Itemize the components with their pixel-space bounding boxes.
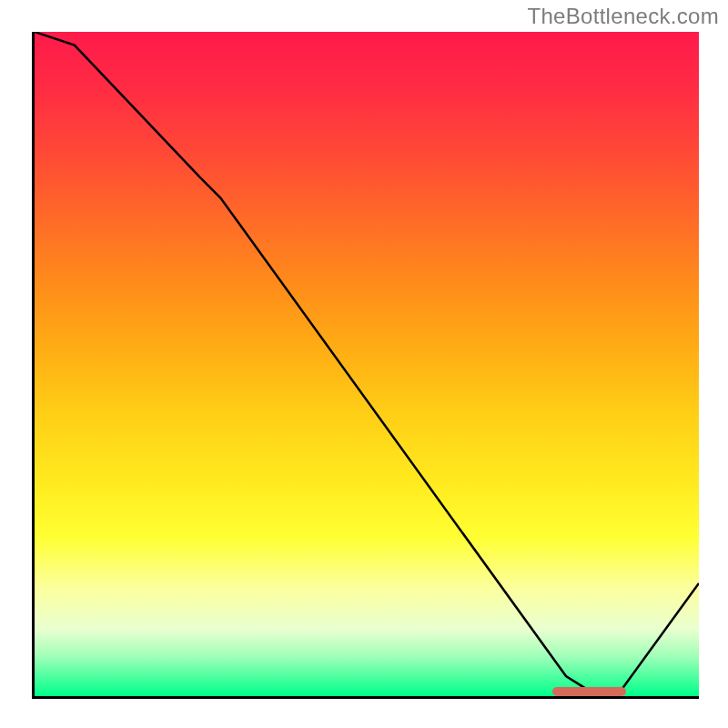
optimal-range-marker <box>552 687 625 696</box>
attribution-text: TheBottleneck.com <box>527 4 719 29</box>
bottleneck-curve <box>35 32 699 696</box>
plot-area <box>32 32 699 699</box>
